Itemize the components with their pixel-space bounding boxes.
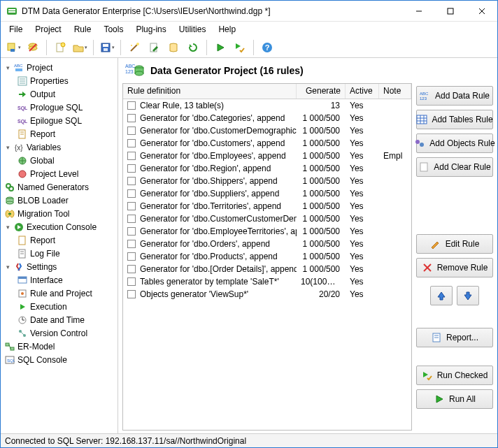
row-checkbox[interactable] (127, 101, 136, 110)
row-checkbox[interactable] (127, 202, 136, 210)
toolbar-save-icon[interactable]: ▾ (99, 39, 115, 56)
move-down-button[interactable] (457, 286, 479, 305)
table-row[interactable]: Generator for 'dbo.[Order Details]', app… (123, 263, 411, 275)
toolbar-disconnect-icon[interactable] (24, 39, 41, 56)
tree-named-generators[interactable]: Named Generators (2, 180, 116, 194)
toolbar-edit-icon[interactable] (145, 39, 162, 56)
table-row[interactable]: Generator for 'dbo.Orders', append1 000/… (123, 238, 411, 250)
tree-project-level[interactable]: Project Level (2, 167, 116, 180)
project-tree[interactable]: ▾ ABC Project Properties Output SQLProlo… (1, 58, 118, 433)
tree-output[interactable]: Output (2, 87, 116, 101)
table-row[interactable]: Generator for 'dbo.Region', append1 000/… (123, 162, 411, 175)
row-checkbox[interactable] (127, 177, 136, 185)
toolbar-run-icon[interactable] (212, 39, 229, 56)
toolbar-run-checked-icon[interactable] (232, 39, 248, 56)
expander-icon[interactable]: ▾ (5, 263, 11, 270)
menu-tools[interactable]: Tools (98, 23, 129, 36)
rules-grid[interactable]: Rule definition Generate Active Note Cle… (122, 83, 412, 431)
table-row[interactable]: Generator for 'dbo.Employees', append1 0… (123, 150, 411, 162)
tree-report[interactable]: Report (2, 127, 116, 140)
row-checkbox[interactable] (127, 240, 136, 248)
toolbar-refresh-icon[interactable] (185, 39, 201, 56)
toolbar-open-icon[interactable]: ▾ (71, 39, 88, 56)
row-checkbox[interactable] (127, 127, 136, 135)
table-row[interactable]: Generator for 'dbo.CustomerCustomerDemo'… (123, 212, 411, 225)
menu-project[interactable]: Project (29, 23, 66, 36)
tree-execution-setting[interactable]: Execution (2, 300, 116, 313)
menu-utilities[interactable]: Utilities (173, 23, 212, 36)
tree-migration-tool[interactable]: Migration Tool (2, 207, 116, 220)
add-objects-rule-button[interactable]: Add Objects Rule (416, 133, 493, 153)
edit-rule-button[interactable]: Edit Rule (416, 234, 493, 254)
toolbar-wand-icon[interactable] (126, 39, 143, 56)
tree-log-file[interactable]: Log File (2, 247, 116, 260)
row-checkbox[interactable] (127, 215, 136, 223)
table-row[interactable]: Generator for 'dbo.Territories', append1… (123, 200, 411, 212)
toolbar-help-icon[interactable]: ? (259, 39, 276, 56)
table-row[interactable]: Clear Rule, 13 table(s)13Yes (123, 99, 411, 112)
tree-variables[interactable]: ▾ {x} Variables (2, 140, 116, 154)
menu-plugins[interactable]: Plug-ins (130, 23, 171, 36)
tree-settings[interactable]: ▾ Settings (2, 260, 116, 273)
tree-properties[interactable]: Properties (2, 74, 116, 87)
row-checkbox[interactable] (127, 265, 136, 273)
report-button[interactable]: Report... (416, 328, 493, 347)
tree-blob-loader[interactable]: BLOB Loader (2, 194, 116, 207)
menu-rule[interactable]: Rule (69, 23, 97, 36)
table-row[interactable]: Objects generator 'ViewSup*'20/20Yes (123, 288, 411, 301)
tree-er-model[interactable]: ER-Model (2, 340, 116, 353)
move-up-button[interactable] (430, 286, 453, 305)
table-row[interactable]: Generator for 'dbo.EmployeeTerritories',… (123, 225, 411, 238)
tree-execution-console[interactable]: ▾ Execution Console (2, 220, 116, 233)
tree-interface[interactable]: Interface (2, 273, 116, 287)
add-clear-rule-button[interactable]: Add Clear Rule (416, 157, 493, 177)
run-all-button[interactable]: Run All (416, 389, 493, 409)
minimize-button[interactable] (403, 1, 434, 21)
tree-prologue-sql[interactable]: SQLPrologue SQL (2, 101, 116, 114)
table-row[interactable]: Tables generator by template 'SaleT*'10(… (123, 275, 411, 288)
row-checkbox[interactable] (127, 152, 136, 160)
rule-active: Yes (346, 264, 379, 274)
tree-epilogue-sql[interactable]: SQLEpilogue SQL (2, 114, 116, 127)
col-active[interactable]: Active (346, 84, 379, 99)
row-checkbox[interactable] (127, 114, 136, 122)
close-button[interactable] (466, 1, 497, 21)
tree-date-time[interactable]: Date and Time (2, 313, 116, 326)
grid-body[interactable]: Clear Rule, 13 table(s)13YesGenerator fo… (123, 99, 411, 430)
row-checkbox[interactable] (127, 164, 136, 173)
table-row[interactable]: Generator for 'dbo.CustomerDemographics'… (123, 124, 411, 137)
tree-version-control[interactable]: Version Control (2, 326, 116, 340)
maximize-button[interactable] (434, 1, 466, 21)
row-checkbox[interactable] (127, 277, 136, 286)
col-note[interactable]: Note (379, 84, 411, 99)
tree-exec-report[interactable]: Report (2, 233, 116, 247)
row-checkbox[interactable] (127, 189, 136, 198)
table-row[interactable]: Generator for 'dbo.Shippers', append1 00… (123, 175, 411, 187)
col-generate[interactable]: Generate (297, 84, 346, 99)
menu-file[interactable]: File (3, 23, 28, 36)
tree-rule-project[interactable]: Rule and Project (2, 287, 116, 300)
toolbar-new-icon[interactable] (52, 39, 69, 56)
table-row[interactable]: Generator for 'dbo.Products', append1 00… (123, 250, 411, 263)
col-rule-definition[interactable]: Rule definition (123, 84, 297, 99)
remove-rule-button[interactable]: Remove Rule (416, 258, 493, 277)
tree-sql-console[interactable]: SQLSQL Console (2, 353, 116, 366)
run-checked-button[interactable]: Run Checked (416, 366, 493, 385)
expander-icon[interactable]: ▾ (5, 224, 11, 230)
table-row[interactable]: Generator for 'dbo.Suppliers', append1 0… (123, 187, 411, 200)
expander-icon[interactable]: ▾ (5, 144, 11, 150)
add-data-rule-button[interactable]: ABC123Add Data Rule (416, 86, 493, 106)
toolbar-connect-icon[interactable]: ▾ (5, 39, 22, 56)
toolbar-script-icon[interactable] (165, 39, 182, 56)
add-tables-rule-button[interactable]: Add Tables Rule (416, 110, 493, 129)
row-checkbox[interactable] (127, 139, 136, 147)
row-checkbox[interactable] (127, 227, 136, 236)
tree-project[interactable]: ▾ ABC Project (2, 61, 116, 74)
row-checkbox[interactable] (127, 252, 136, 261)
tree-global[interactable]: Global (2, 154, 116, 167)
menu-help[interactable]: Help (213, 23, 241, 36)
expander-icon[interactable]: ▾ (5, 64, 11, 71)
table-row[interactable]: Generator for 'dbo.Categories', append1 … (123, 112, 411, 124)
row-checkbox[interactable] (127, 290, 136, 298)
table-row[interactable]: Generator for 'dbo.Customers', append1 0… (123, 137, 411, 150)
